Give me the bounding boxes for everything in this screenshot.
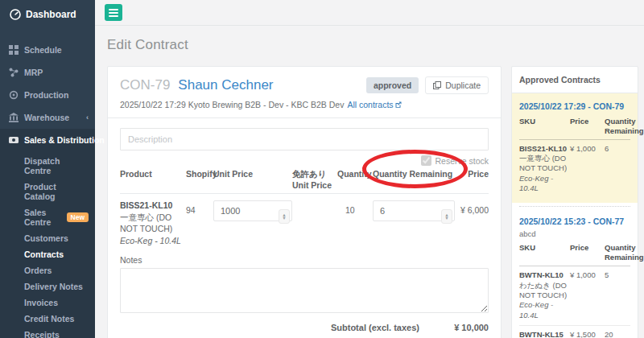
sidebar-item-mrp[interactable]: MRP	[0, 61, 95, 84]
shopify-cell: 94	[186, 200, 213, 245]
approved-contract-con77: 2025/10/22 15:23 - CON-77 abcd SKU Price…	[512, 208, 638, 338]
sidebar-item-delivery-notes[interactable]: Delivery Notes	[0, 278, 95, 295]
app-window: Dashboard Schedule MRP Production W	[0, 0, 644, 338]
contract-meta: 2025/10/22 17:29 Kyoto Brewing B2B - Dev…	[120, 100, 489, 109]
new-badge: New	[67, 212, 89, 223]
contract-code: CON-79	[120, 77, 170, 93]
menu-toggle-button[interactable]	[105, 4, 122, 21]
quantity-cell: 10	[337, 200, 368, 245]
spinner-control[interactable]: ▲▼	[279, 209, 290, 224]
divider	[108, 117, 501, 118]
approved-contracts-panel: Approved Contracts 2025/10/22 17:29 - CO…	[511, 66, 638, 338]
licensed-unit-price-cell	[292, 200, 337, 245]
status-badge: approved	[366, 77, 419, 93]
approved-contract-link[interactable]: 2025/10/22 17:29 - CON-79	[519, 101, 630, 111]
contract-card: CON-79 Shaun Cechner approved Duplicate	[107, 66, 502, 338]
sidebar-item-label: Warehouse	[24, 113, 69, 122]
page-content: Edit Contract CON-79 Shaun Cechner appro…	[95, 26, 644, 338]
spinner-control[interactable]: ▲▼	[441, 209, 452, 224]
warehouse-building-icon	[9, 113, 19, 122]
mini-table-row: BISS21-KL10 一意専心 (DO NOT TOUCH) Eco-Keg …	[519, 140, 630, 199]
sidebar-item-receipts[interactable]: Receipts	[0, 327, 95, 338]
sidebar-item-dashboard[interactable]: Dashboard	[0, 0, 95, 27]
main-area: Edit Contract CON-79 Shaun Cechner appro…	[95, 0, 644, 338]
hamburger-icon	[109, 9, 118, 17]
sidebar-brand-label: Dashboard	[26, 9, 76, 20]
sidebar-item-sales-centre[interactable]: Sales CentreNew	[0, 204, 95, 230]
line-items-header: Product Shopify Unit Price 免許あり Unit Pri…	[120, 169, 489, 194]
sidebar: Dashboard Schedule MRP Production W	[0, 0, 95, 338]
product-cell: BISS21-KL10 一意専心 (DO NOT TOUCH) Eco-Keg …	[120, 200, 186, 245]
production-gear-icon	[9, 90, 19, 100]
customer-link[interactable]: Shaun Cechner	[178, 77, 273, 93]
mrp-flask-icon	[9, 68, 19, 77]
copy-icon	[433, 81, 441, 89]
sidebar-item-dispatch-centre[interactable]: Dispatch Centre	[0, 153, 95, 179]
sidebar-item-production[interactable]: Production	[0, 84, 95, 106]
mini-table-row: BWTN-KL15 わたぬき (DO NOT TOUCH) Eco-Keg - …	[519, 325, 630, 338]
duplicate-button[interactable]: Duplicate	[425, 76, 489, 94]
sales-distribution-submenu: Dispatch Centre Product Catalog Sales Ce…	[0, 151, 95, 338]
line-item-row: BISS21-KL10 一意専心 (DO NOT TOUCH) Eco-Keg …	[120, 194, 489, 254]
chevron-left-icon: ‹	[86, 113, 89, 122]
sidebar-item-customers[interactable]: Customers	[0, 230, 95, 246]
page-title: Edit Contract	[107, 37, 640, 53]
sidebar-item-product-catalog[interactable]: Product Catalog	[0, 179, 95, 204]
dashboard-gauge-icon	[10, 9, 21, 20]
topbar	[95, 0, 644, 26]
notes-textarea[interactable]	[120, 268, 489, 313]
sidebar-item-label: Production	[24, 90, 68, 100]
dotted-divider	[519, 206, 630, 207]
sidebar-item-orders[interactable]: Orders	[0, 262, 95, 278]
sidebar-item-warehouse[interactable]: Warehouse ‹	[0, 106, 95, 129]
reserve-stock-label: Reserve stock	[435, 156, 489, 166]
subtotal-row: Subtotal (excl. taxes) ¥ 10,000	[120, 323, 489, 332]
unit-price-cell: ▲▼	[213, 200, 292, 245]
mini-table-header: SKU Price Quantity Remaining	[519, 117, 630, 140]
sales-distribution-icon	[9, 135, 19, 145]
approved-contract-link[interactable]: 2025/10/22 15:23 - CON-77	[519, 216, 630, 226]
contract-description: abcd	[519, 229, 630, 238]
sidebar-item-credit-notes[interactable]: Credit Notes	[0, 311, 95, 327]
notes-label: Notes	[120, 255, 489, 265]
sidebar-item-label: Schedule	[24, 45, 62, 55]
sidebar-item-label: MRP	[24, 68, 43, 77]
quantity-remaining-cell: ▲▼	[368, 200, 455, 245]
all-contracts-link[interactable]: All contracts	[347, 100, 401, 109]
sidebar-item-invoices[interactable]: Invoices	[0, 295, 95, 311]
approved-contract-con79: 2025/10/22 17:29 - CON-79 SKU Price Quan…	[512, 93, 638, 203]
sidebar-item-sales-distribution[interactable]: Sales & Distribution ∨	[0, 129, 95, 151]
mini-table-row: BWTN-KL10 わたぬき (DO NOT TOUCH) Eco-Keg - …	[519, 266, 630, 325]
reserve-stock-checkbox[interactable]	[421, 155, 431, 166]
approved-contracts-title: Approved Contracts	[512, 67, 638, 93]
sidebar-item-schedule[interactable]: Schedule	[0, 39, 95, 61]
sidebar-item-label: Sales & Distribution	[24, 135, 105, 145]
totals-section: Subtotal (excl. taxes) ¥ 10,000 Sales Ta…	[120, 323, 489, 338]
price-cell: ¥ 6,000	[455, 200, 489, 245]
mini-table-header: SKU Price Quantity Remaining	[519, 243, 630, 266]
schedule-grid-icon	[9, 45, 19, 55]
description-input[interactable]	[120, 128, 489, 150]
sidebar-item-contracts[interactable]: Contracts	[0, 246, 95, 262]
external-link-icon	[395, 101, 402, 108]
